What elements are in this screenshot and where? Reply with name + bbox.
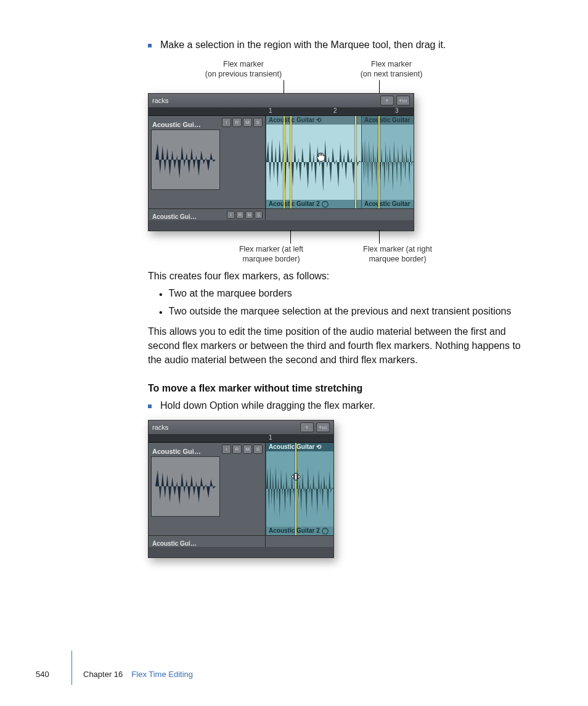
tracks-header: racks + +▭ — [149, 421, 333, 435]
figure-flex-markers: Flex marker (on previous transient) Flex… — [148, 59, 425, 263]
bullet-icon — [148, 404, 152, 408]
record-enable-button[interactable]: R — [232, 445, 242, 454]
track-thumbnail — [151, 129, 220, 190]
waveform — [266, 451, 333, 527]
flex-drag-cursor-icon — [289, 470, 303, 483]
leader-line — [284, 80, 284, 94]
track-thumbnail — [151, 456, 220, 517]
page-number: 540 — [36, 670, 60, 679]
solo-button[interactable]: S — [253, 118, 263, 127]
list-item: •Two at the marquee borders — [159, 288, 530, 302]
input-monitor-button[interactable]: I — [227, 211, 235, 219]
track-header[interactable]: Acoustic Gui… — [149, 536, 266, 547]
mute-button[interactable]: M — [243, 445, 252, 454]
footer-divider — [71, 651, 72, 685]
list-item: Hold down Option while dragging the flex… — [148, 400, 530, 411]
chapter-label: Chapter 16 — [83, 670, 123, 679]
record-enable-button[interactable]: R — [232, 118, 242, 127]
audio-region[interactable]: Acoustic Guitar ⟲ Acoustic Guitar 2 ◯ — [266, 443, 333, 535]
add-track-file-button[interactable]: +▭ — [316, 422, 330, 432]
audio-region[interactable]: Acoustic Guitar Acoustic Guitar — [361, 116, 414, 208]
audio-region-selected[interactable]: Acoustic Guitar ⟲ Acoustic Guitar 2 ◯ — [266, 116, 361, 208]
flex-marker[interactable] — [290, 116, 292, 208]
track-header[interactable]: Acoustic Gui… I R M S — [149, 116, 266, 208]
region-label: Acoustic Guitar 2 ◯ — [266, 200, 361, 208]
list-item-text: Two outside the marquee selection at the… — [169, 306, 512, 317]
sub-heading: To move a flex marker without time stret… — [148, 381, 530, 395]
body-text: This creates four flex markers, as follo… — [148, 269, 530, 283]
arrange-area[interactable]: Acoustic Guitar ⟲ Acoustic Guitar 2 ◯ Ac… — [266, 116, 414, 208]
grab-cursor-icon — [315, 150, 327, 163]
solo-button[interactable]: S — [255, 211, 263, 219]
record-enable-button[interactable]: R — [236, 211, 244, 219]
ruler-number: 1 — [269, 107, 272, 114]
figure-option-drag: racks + +▭ 1 Acoustic Gui… I R M S — [148, 420, 334, 558]
add-track-button[interactable]: + — [300, 422, 314, 432]
page-footer: 540 Chapter 16 Flex Time Editing — [36, 667, 526, 681]
tracks-header: racks + +▭ — [149, 94, 414, 108]
bullet-icon: • — [159, 288, 163, 302]
list-item: •Two outside the marquee selection at th… — [159, 306, 530, 319]
flex-marker[interactable] — [378, 116, 380, 208]
track-row: Acoustic Gui… I R M S Acoustic Guitar ⟲ … — [149, 443, 333, 535]
callout-bottom-left: Flex marker (at left marquee border) — [225, 244, 317, 265]
timeline-ruler[interactable]: 1 — [149, 435, 333, 443]
list-item-text: Hold down Option while dragging the flex… — [160, 400, 375, 411]
flex-marker[interactable] — [295, 443, 296, 535]
track-name-label: Acoustic Gui… — [152, 121, 201, 128]
leader-line — [379, 80, 380, 94]
callout-line: (on next transient) — [345, 69, 438, 79]
region-label: Acoustic Guitar ⟲ — [266, 116, 361, 125]
track-name-label: Acoustic Gui… — [152, 448, 201, 455]
chapter-title: Flex Time Editing — [131, 670, 193, 679]
leader-line — [290, 230, 291, 244]
callout-line: (on previous transient) — [197, 69, 290, 79]
header-label: racks — [152, 97, 168, 104]
callout-top-left: Flex marker (on previous transient) — [197, 59, 290, 80]
svg-rect-0 — [295, 473, 297, 480]
mute-button[interactable]: M — [245, 211, 253, 219]
list-item-text: Make a selection in the region with the … — [160, 39, 446, 51]
ruler-number: 3 — [395, 107, 399, 114]
leader-line — [379, 230, 380, 244]
list-item-text: Two at the marquee borders — [169, 288, 292, 299]
region-label: Acoustic Guitar 2 ◯ — [266, 527, 333, 535]
callout-top-right: Flex marker (on next transient) — [345, 59, 438, 80]
track-name-label: Acoustic Gui… — [152, 540, 197, 547]
bullet-icon: • — [159, 306, 163, 319]
input-monitor-button[interactable]: I — [222, 118, 231, 127]
callout-line: Flex marker (at right — [351, 244, 444, 254]
waveform — [266, 125, 361, 200]
callout-line: Flex marker — [197, 59, 290, 69]
region-label: Acoustic Guitar — [362, 200, 414, 208]
arrange-area[interactable]: Acoustic Guitar ⟲ Acoustic Guitar 2 ◯ — [266, 443, 333, 535]
add-track-file-button[interactable]: +▭ — [396, 96, 410, 105]
list-item: Make a selection in the region with the … — [148, 39, 530, 51]
track-row: Acoustic Gui… I R M S — [149, 208, 414, 220]
track-header[interactable]: Acoustic Gui… I R M S — [149, 209, 266, 220]
callout-line: Flex marker — [345, 59, 438, 69]
solo-button[interactable]: S — [253, 445, 263, 454]
callout-line: marquee border) — [351, 254, 444, 264]
body-text: This allows you to edit the time positio… — [148, 324, 530, 367]
track-row: Acoustic Gui… — [149, 535, 333, 547]
bullet-icon — [148, 44, 152, 47]
ruler-number: 1 — [269, 434, 272, 441]
input-monitor-button[interactable]: I — [222, 445, 231, 454]
header-label: racks — [152, 424, 168, 431]
waveform — [362, 125, 414, 200]
region-label: Acoustic Guitar — [362, 116, 414, 125]
callout-line: Flex marker (at left — [225, 244, 317, 254]
track-name-label: Acoustic Gui… — [152, 213, 197, 220]
add-track-button[interactable]: + — [380, 96, 394, 105]
track-header[interactable]: Acoustic Gui… I R M S — [149, 443, 266, 535]
callout-bottom-right: Flex marker (at right marquee border) — [351, 244, 444, 265]
ruler-number: 2 — [333, 107, 337, 114]
track-row: Acoustic Gui… I R M S Acoustic Guitar ⟲ — [149, 116, 414, 208]
flex-marker[interactable] — [284, 116, 285, 208]
region-label: Acoustic Guitar ⟲ — [266, 443, 333, 451]
mute-button[interactable]: M — [243, 118, 252, 127]
timeline-ruler[interactable]: 1 2 3 — [149, 108, 414, 116]
flex-marker[interactable] — [355, 116, 356, 208]
callout-line: marquee border) — [225, 254, 317, 264]
